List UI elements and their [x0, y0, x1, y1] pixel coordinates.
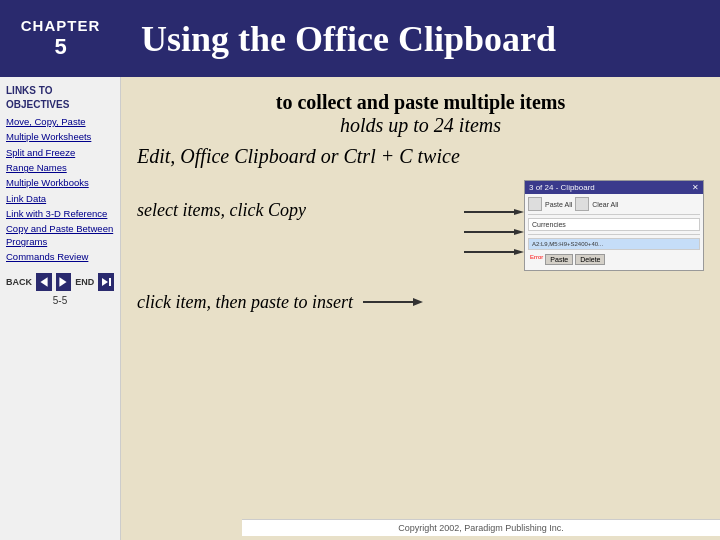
- cb-divider: [528, 214, 700, 215]
- svg-marker-5: [514, 209, 524, 215]
- arrows-icon: [464, 202, 524, 262]
- cb-paste-btn[interactable]: Paste: [545, 254, 573, 265]
- next-button[interactable]: [56, 273, 72, 291]
- svg-marker-9: [514, 249, 524, 255]
- cb-top-row: Paste All Clear All: [528, 197, 700, 211]
- end-label: END: [75, 277, 94, 287]
- back-label: BACK: [6, 277, 32, 287]
- svg-marker-1: [60, 278, 67, 288]
- cb-delete-btn[interactable]: Delete: [575, 254, 605, 265]
- page-title: Using the Office Clipboard: [141, 18, 556, 60]
- diagram: to collect and paste multiple items hold…: [137, 91, 704, 508]
- chapter-number: 5: [54, 34, 66, 60]
- paste-arrow-icon: [363, 287, 423, 317]
- cb-divider2: [528, 234, 700, 235]
- sidebar: LINKS TO OBJECTIVES Move, Copy, Paste Mu…: [0, 77, 121, 540]
- sidebar-item-multiple-workbooks[interactable]: Multiple Workbooks: [6, 177, 114, 189]
- svg-marker-0: [40, 278, 47, 288]
- sidebar-links-section: LINKS TO OBJECTIVES: [6, 85, 114, 110]
- line3-text: Edit, Office Clipboard or Ctrl + C twice: [137, 145, 704, 168]
- cb-paste-icon: [528, 197, 542, 211]
- sidebar-item-link-3d[interactable]: Link with 3-D Reference: [6, 208, 114, 220]
- cb-clear-icon: [575, 197, 589, 211]
- sidebar-item-range-names[interactable]: Range Names: [6, 162, 114, 174]
- svg-marker-7: [514, 229, 524, 235]
- sidebar-item-move-copy-paste[interactable]: Move, Copy, Paste: [6, 116, 114, 128]
- select-text: select items, click Copy: [137, 200, 464, 221]
- line2-text: holds up to 24 items: [137, 114, 704, 137]
- chapter-box: CHAPTER 5: [0, 0, 121, 77]
- svg-marker-11: [413, 298, 423, 306]
- sidebar-item-commands-review[interactable]: Commands Review: [6, 251, 114, 263]
- line1-text: to collect and paste multiple items: [137, 91, 704, 114]
- sidebar-item-multiple-worksheets[interactable]: Multiple Worksheets: [6, 131, 114, 143]
- sidebar-item-copy-paste-programs[interactable]: Copy and Paste Between Programs: [6, 223, 114, 248]
- objectives-heading: OBJECTIVES: [6, 99, 114, 110]
- content-area: to collect and paste multiple items hold…: [121, 77, 720, 540]
- content-wrapper: to collect and paste multiple items hold…: [137, 91, 704, 508]
- nav-buttons: BACK END: [6, 273, 114, 291]
- end-button[interactable]: [98, 273, 114, 291]
- chapter-label: CHAPTER: [21, 17, 101, 34]
- cb-item-2[interactable]: A2:L9,M5:H9+S2400+40...: [528, 238, 700, 250]
- back-button[interactable]: [36, 273, 52, 291]
- cb-item-1[interactable]: Currencies: [528, 218, 700, 231]
- header: CHAPTER 5 Using the Office Clipboard: [0, 0, 720, 77]
- paste-text: click item, then paste to insert: [137, 292, 353, 313]
- copyright-text: Copyright 2002, Paradigm Publishing Inc.: [242, 519, 720, 536]
- cb-titlebar: 3 of 24 - Clipboard ✕: [525, 181, 703, 194]
- main-area: LINKS TO OBJECTIVES Move, Copy, Paste Mu…: [0, 77, 720, 540]
- clipboard-screenshot: 3 of 24 - Clipboard ✕ Paste All Clear Al…: [524, 180, 704, 271]
- sidebar-item-link-data[interactable]: Link Data: [6, 193, 114, 205]
- cb-action-row: Error Paste Delete: [528, 252, 700, 267]
- svg-marker-2: [102, 278, 108, 286]
- cb-body: Paste All Clear All Currencies A2:L9,M5:…: [525, 194, 703, 270]
- header-title-area: Using the Office Clipboard: [121, 0, 720, 77]
- content-top: to collect and paste multiple items hold…: [137, 91, 704, 137]
- bottom-section: click item, then paste to insert: [137, 287, 704, 317]
- sidebar-item-split-freeze[interactable]: Split and Freeze: [6, 147, 114, 159]
- svg-rect-3: [109, 278, 111, 286]
- cb-error-icon: Error: [530, 254, 543, 265]
- links-to-heading: LINKS TO: [6, 85, 114, 96]
- page-number: 5-5: [6, 295, 114, 306]
